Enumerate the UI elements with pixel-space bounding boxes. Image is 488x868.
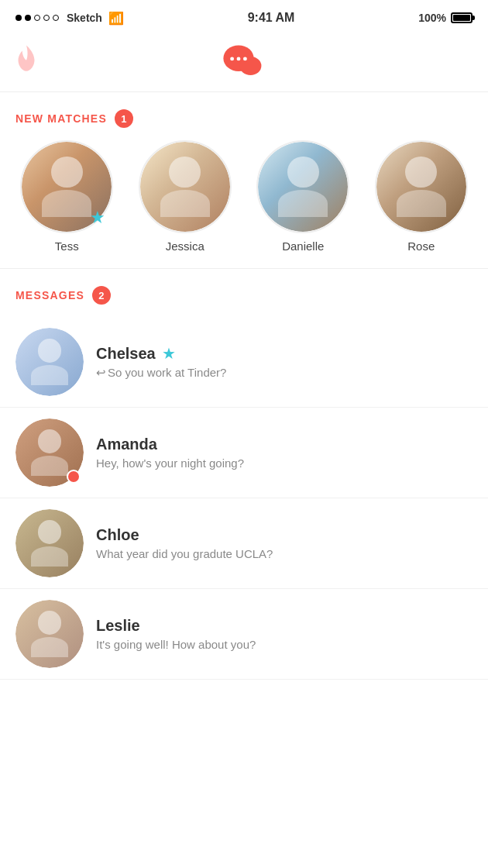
match-item-jessica[interactable]: Jessica bbox=[126, 140, 245, 253]
battery-fill bbox=[453, 15, 470, 21]
time-label: 9:41 AM bbox=[248, 11, 295, 25]
message-item-chloe[interactable]: Chloe What year did you gradute UCLA? bbox=[0, 498, 488, 589]
carrier-label: Sketch bbox=[67, 12, 102, 24]
chelsea-avatar-img bbox=[15, 328, 84, 396]
match-item-danielle[interactable]: Danielle bbox=[244, 140, 363, 253]
battery-pct: 100% bbox=[418, 12, 446, 24]
message-item-leslie[interactable]: Leslie It's going well! How about you? bbox=[0, 589, 488, 680]
match-item-tess[interactable]: ★ Tess bbox=[8, 140, 126, 253]
danielle-name: Danielle bbox=[282, 239, 324, 253]
dot-2 bbox=[25, 15, 31, 21]
amanda-unread-dot bbox=[67, 470, 81, 484]
messages-section-header: MESSAGES 2 bbox=[0, 269, 488, 317]
chelsea-star-icon: ★ bbox=[162, 344, 176, 363]
chloe-message-text: What year did you gradute UCLA? bbox=[96, 547, 473, 560]
wifi-icon: 📶 bbox=[108, 11, 124, 26]
chelsea-content: Chelsea ★ ↩So you work at Tinder? bbox=[96, 344, 473, 380]
battery-icon bbox=[451, 12, 473, 23]
svg-point-2 bbox=[230, 57, 234, 60]
jessica-avatar bbox=[139, 140, 232, 233]
svg-point-4 bbox=[243, 57, 247, 60]
jessica-name: Jessica bbox=[166, 239, 204, 253]
dot-5 bbox=[53, 15, 59, 21]
leslie-content: Leslie It's going well! How about you? bbox=[96, 617, 473, 651]
chloe-avatar-wrap bbox=[15, 509, 84, 577]
rose-name: Rose bbox=[407, 239, 435, 253]
dot-1 bbox=[15, 15, 22, 21]
chloe-avatar bbox=[15, 509, 84, 577]
chat-logo bbox=[222, 42, 266, 79]
new-matches-badge: 1 bbox=[115, 109, 133, 128]
leslie-name-row: Leslie bbox=[96, 617, 473, 635]
chloe-name-row: Chloe bbox=[96, 526, 473, 544]
danielle-avatar bbox=[256, 140, 349, 233]
chloe-content: Chloe What year did you gradute UCLA? bbox=[96, 526, 473, 560]
amanda-content: Amanda Hey, how's your night going? bbox=[96, 436, 473, 470]
chelsea-avatar bbox=[15, 328, 84, 396]
amanda-avatar-wrap bbox=[15, 418, 84, 487]
rose-avatar-wrap bbox=[375, 140, 468, 233]
chloe-name: Chloe bbox=[96, 526, 139, 544]
rose-avatar bbox=[375, 140, 468, 233]
rose-avatar-img bbox=[376, 142, 466, 232]
chelsea-message-text: ↩So you work at Tinder? bbox=[96, 366, 473, 380]
leslie-avatar-img bbox=[15, 600, 84, 668]
leslie-name: Leslie bbox=[96, 617, 140, 635]
chelsea-avatar-wrap bbox=[15, 328, 84, 396]
matches-row: ★ Tess Jessica bbox=[0, 140, 488, 268]
new-matches-title: NEW MATCHES bbox=[15, 112, 107, 125]
tess-name: Tess bbox=[55, 239, 79, 253]
danielle-avatar-img bbox=[258, 142, 348, 232]
new-matches-section-header: NEW MATCHES 1 bbox=[0, 92, 488, 140]
chelsea-name-row: Chelsea ★ bbox=[96, 344, 473, 363]
message-item-chelsea[interactable]: Chelsea ★ ↩So you work at Tinder? bbox=[0, 317, 488, 408]
status-left: Sketch 📶 bbox=[15, 11, 124, 26]
chloe-avatar-img bbox=[15, 509, 84, 577]
match-item-rose[interactable]: Rose bbox=[363, 140, 481, 253]
dot-4 bbox=[43, 15, 50, 21]
jessica-avatar-img bbox=[140, 142, 230, 232]
leslie-avatar-wrap bbox=[15, 600, 84, 668]
status-bar: Sketch 📶 9:41 AM 100% bbox=[0, 0, 488, 34]
dot-3 bbox=[34, 15, 40, 21]
amanda-message-text: Hey, how's your night going? bbox=[96, 456, 473, 470]
leslie-message-text: It's going well! How about you? bbox=[96, 638, 473, 651]
danielle-avatar-wrap bbox=[256, 140, 349, 233]
status-right: 100% bbox=[418, 12, 473, 24]
chelsea-name: Chelsea bbox=[96, 345, 156, 363]
messages-badge: 2 bbox=[92, 286, 111, 305]
tess-avatar-wrap: ★ bbox=[20, 140, 113, 233]
app-header bbox=[0, 34, 488, 92]
tess-star-badge: ★ bbox=[87, 207, 108, 229]
amanda-name-row: Amanda bbox=[96, 436, 473, 453]
amanda-name: Amanda bbox=[96, 436, 157, 453]
messages-title: MESSAGES bbox=[15, 289, 84, 301]
reply-arrow-icon: ↩ bbox=[96, 366, 106, 379]
leslie-avatar bbox=[15, 600, 84, 668]
svg-point-3 bbox=[237, 57, 241, 60]
tinder-flame-logo[interactable] bbox=[15, 45, 37, 76]
signal-dots bbox=[15, 15, 59, 21]
messages-list: Chelsea ★ ↩So you work at Tinder? bbox=[0, 317, 488, 680]
logo-svg bbox=[222, 42, 266, 79]
jessica-avatar-wrap bbox=[139, 140, 232, 233]
svg-point-1 bbox=[239, 57, 261, 75]
message-item-amanda[interactable]: Amanda Hey, how's your night going? bbox=[0, 408, 488, 498]
